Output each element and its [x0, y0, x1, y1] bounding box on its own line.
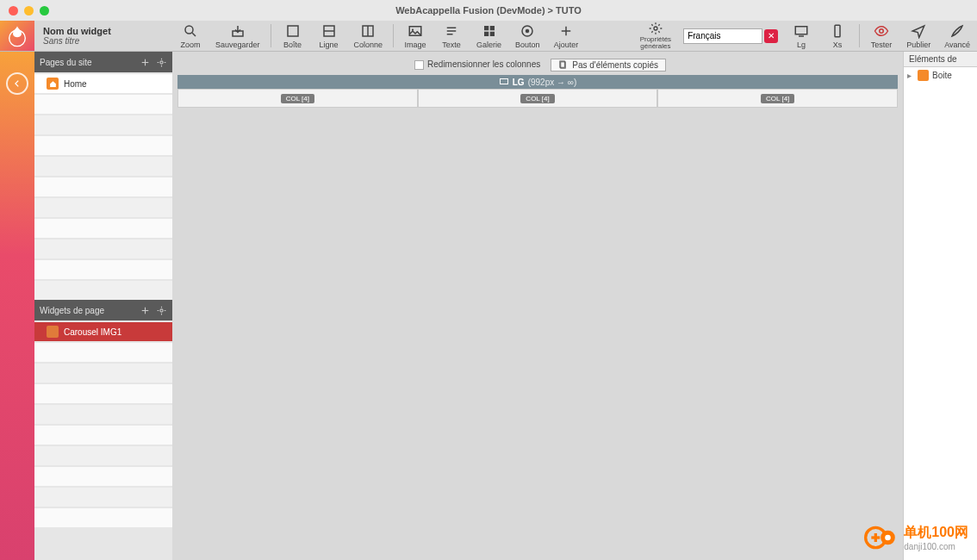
- home-icon: [47, 78, 59, 90]
- page-item-home[interactable]: Home: [34, 74, 172, 93]
- desktop-icon: [499, 77, 509, 87]
- save-icon: [230, 23, 246, 39]
- widget-info: Nom du widget Sans titre: [34, 21, 172, 51]
- page-item-label: Home: [64, 79, 87, 89]
- svg-point-29: [160, 60, 163, 63]
- clipboard-status[interactable]: Pas d'éléments copiés: [551, 59, 666, 72]
- clipboard-icon: [558, 60, 568, 70]
- column-icon: [360, 23, 376, 39]
- image-button[interactable]: Image: [397, 21, 433, 51]
- rail-back-button[interactable]: [6, 72, 28, 95]
- image-icon: [408, 23, 423, 39]
- svg-rect-35: [500, 79, 507, 84]
- desktop-icon: [793, 23, 809, 39]
- svg-point-32: [160, 308, 163, 311]
- canvas-options: Redimensionner les colonnes Pas d'élémen…: [177, 57, 903, 72]
- pages-gear-icon[interactable]: [156, 57, 167, 68]
- layout-column[interactable]: COL [4]: [418, 89, 658, 108]
- gallery-button[interactable]: Galerie: [470, 21, 508, 51]
- canvas-area: Redimensionner les colonnes Pas d'élémen…: [172, 52, 903, 560]
- svg-point-19: [526, 28, 530, 33]
- right-panel: Eléments de ▸ Boite: [903, 52, 977, 560]
- titlebar: WebAcappella Fusion (DevMode) > TUTO: [0, 0, 977, 21]
- svg-rect-16: [484, 31, 488, 35]
- language-input[interactable]: [683, 28, 762, 44]
- svg-point-26: [880, 28, 884, 33]
- app-logo-icon: [5, 24, 29, 48]
- test-button[interactable]: Tester: [863, 21, 899, 51]
- breakpoint-bar[interactable]: LG (992px → ∞): [177, 75, 898, 89]
- column-button[interactable]: Colonne: [347, 21, 390, 51]
- save-button[interactable]: Sauvegarder: [208, 21, 267, 51]
- svg-point-22: [654, 27, 657, 30]
- text-icon: [444, 23, 459, 39]
- send-icon: [911, 23, 926, 39]
- maximize-traffic[interactable]: [40, 6, 49, 16]
- brush-icon: [949, 23, 965, 39]
- layout-column[interactable]: COL [4]: [657, 89, 898, 108]
- svg-rect-4: [288, 26, 298, 36]
- add-button[interactable]: Ajouter: [547, 21, 586, 51]
- svg-line-2: [192, 33, 196, 36]
- widgets-gear-icon[interactable]: [156, 305, 167, 316]
- watermark-url: danji100.com: [904, 542, 968, 551]
- traffic-lights: [9, 6, 49, 16]
- zoom-icon: [183, 23, 198, 39]
- resize-columns-checkbox[interactable]: Redimensionner les colonnes: [414, 59, 540, 70]
- line-button[interactable]: Ligne: [311, 21, 347, 51]
- window-title: WebAcappella Fusion (DevMode) > TUTO: [395, 5, 582, 16]
- lg-viewport-button[interactable]: Lg: [783, 21, 819, 51]
- plus-icon: [558, 23, 574, 39]
- close-traffic[interactable]: [9, 6, 18, 16]
- add-widget-icon[interactable]: [140, 305, 151, 316]
- box-icon: [285, 23, 301, 39]
- button-button[interactable]: Bouton: [508, 21, 547, 51]
- language-clear-icon[interactable]: ✕: [764, 29, 778, 43]
- box-button[interactable]: Boîte: [275, 21, 311, 51]
- svg-point-1: [185, 26, 193, 34]
- advanced-button[interactable]: Avancé: [937, 21, 977, 51]
- caret-right-icon: ▸: [907, 71, 914, 80]
- svg-rect-25: [835, 25, 840, 37]
- watermark-logo-icon: [864, 520, 899, 555]
- add-page-icon[interactable]: [140, 57, 151, 68]
- toolbar: Nom du widget Sans titre Zoom Sauvegarde…: [0, 21, 977, 52]
- widget-info-label: Nom du widget: [43, 26, 172, 36]
- svg-rect-23: [795, 26, 807, 34]
- text-button[interactable]: Texte: [433, 21, 470, 51]
- svg-rect-15: [489, 26, 494, 30]
- mobile-icon: [830, 23, 845, 39]
- language-selector[interactable]: ✕: [678, 21, 783, 51]
- gallery-icon: [482, 23, 497, 39]
- xs-viewport-button[interactable]: Xs: [819, 21, 856, 51]
- layout-columns: COL [4] COL [4] COL [4]: [177, 89, 898, 108]
- element-item-boite[interactable]: ▸ Boite: [904, 67, 977, 84]
- widgets-header: Widgets de page: [34, 300, 172, 320]
- svg-rect-17: [489, 31, 494, 35]
- pages-title: Pages du site: [40, 58, 92, 67]
- zoom-button[interactable]: Zoom: [172, 21, 208, 51]
- svg-rect-14: [484, 26, 488, 30]
- widget-info-value: Sans titre: [43, 36, 172, 46]
- pages-header: Pages du site: [34, 52, 172, 72]
- left-panel: Pages du site Home Widgets de page Carou…: [34, 52, 172, 560]
- element-item-label: Boite: [932, 71, 952, 80]
- widget-item-carousel[interactable]: Carousel IMG1: [34, 322, 172, 341]
- widgets-title: Widgets de page: [40, 306, 104, 315]
- eye-icon: [874, 23, 889, 39]
- watermark-name: 单机100网: [904, 524, 968, 542]
- button-icon: [520, 23, 535, 39]
- general-properties-button[interactable]: Propriétésgénérales: [633, 21, 678, 51]
- layout-column[interactable]: COL [4]: [177, 89, 418, 108]
- widget-icon: [47, 326, 59, 338]
- box-icon: [918, 70, 929, 81]
- gear-icon: [649, 22, 663, 35]
- elements-header: Eléments de: [904, 52, 977, 67]
- minimize-traffic[interactable]: [24, 6, 34, 16]
- svg-point-38: [885, 535, 891, 541]
- app-logo[interactable]: [0, 21, 34, 51]
- watermark: 单机100网 danji100.com: [864, 520, 968, 555]
- left-rail: [0, 52, 34, 560]
- publish-button[interactable]: Publier: [899, 21, 937, 51]
- widget-item-label: Carousel IMG1: [64, 327, 121, 337]
